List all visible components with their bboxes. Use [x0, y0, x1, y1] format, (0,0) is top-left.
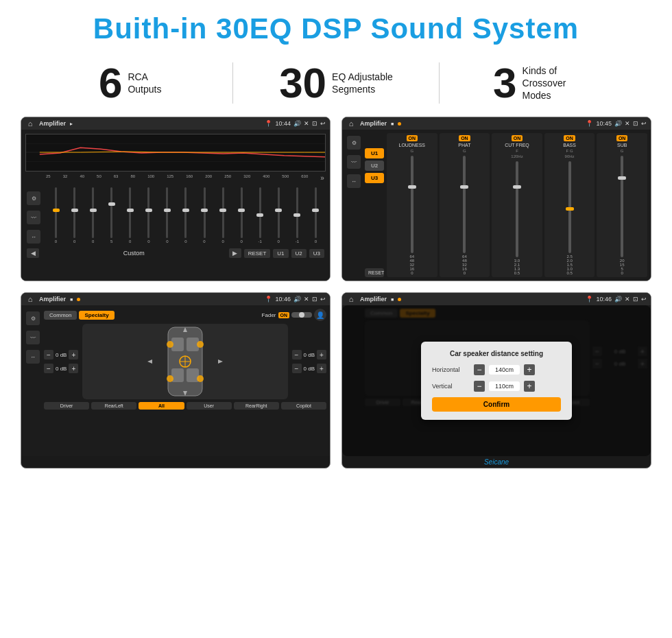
- eq-u2-btn[interactable]: U2: [291, 249, 307, 258]
- fader-slider[interactable]: [291, 312, 312, 318]
- loudness-slider[interactable]: [411, 156, 413, 253]
- eq-back-icon[interactable]: ↩: [320, 120, 326, 127]
- amp-arrows-icon[interactable]: ↔: [347, 174, 361, 188]
- fader-on-badge[interactable]: ON: [278, 312, 290, 318]
- dialog-vertical-label: Vertical: [432, 383, 470, 390]
- sp1-arrows-icon[interactable]: ↔: [26, 350, 40, 364]
- dialog-horizontal-label: Horizontal: [432, 366, 470, 373]
- stat-text-crossover: Kinds ofCrossover Modes: [523, 64, 591, 102]
- phat-on-badge[interactable]: ON: [459, 135, 470, 141]
- amp-eq-icon[interactable]: ⚙: [347, 136, 361, 150]
- sp2-x-icon[interactable]: ✕: [625, 296, 630, 303]
- eq-settings-btn[interactable]: ⚙: [27, 191, 40, 205]
- eq-prev-btn[interactable]: ◀: [27, 248, 39, 258]
- eq-slider-8[interactable]: 0: [177, 187, 194, 244]
- sp1-user-btn[interactable]: User: [187, 402, 232, 410]
- sp1-rearright-btn[interactable]: RearRight: [234, 402, 279, 410]
- sp1-rearleft-btn[interactable]: RearLeft: [91, 402, 136, 410]
- sp1-plus-1[interactable]: +: [69, 350, 78, 359]
- sp1-user-icon[interactable]: 👤: [314, 309, 326, 321]
- eq-slider-5[interactable]: 0: [121, 187, 139, 244]
- amp-u1-btn[interactable]: U1: [365, 148, 384, 158]
- sp1-x-icon[interactable]: ✕: [304, 296, 309, 303]
- eq-slider-11[interactable]: 0: [233, 187, 250, 244]
- dialog-v-value: 110cm: [489, 381, 520, 391]
- eq-slider-9[interactable]: 0: [196, 187, 213, 244]
- amp-x-icon[interactable]: ✕: [625, 120, 630, 127]
- sp1-copilot-btn[interactable]: Copilot: [281, 402, 326, 410]
- sp1-minus-4[interactable]: −: [292, 364, 302, 373]
- sp1-minus-1[interactable]: −: [44, 350, 53, 359]
- eq-arrows-btn[interactable]: ↔: [27, 230, 40, 244]
- sp1-minus-2[interactable]: −: [44, 364, 53, 373]
- sp2-win-icon[interactable]: ⊡: [633, 296, 638, 303]
- sp1-win-icon[interactable]: ⊡: [312, 296, 317, 303]
- sp2-home-icon[interactable]: ⌂: [346, 294, 356, 304]
- sp1-plus-2[interactable]: +: [69, 364, 78, 373]
- eq-slider-6[interactable]: 0: [140, 187, 157, 244]
- sp1-all-btn[interactable]: All: [139, 402, 184, 410]
- sp2-back-icon[interactable]: ↩: [641, 296, 647, 303]
- dialog-v-minus[interactable]: −: [474, 381, 485, 392]
- sp2-loc-icon: 📍: [586, 296, 593, 303]
- eq-slider-14[interactable]: -1: [289, 187, 306, 244]
- sp1-plus-4[interactable]: +: [317, 364, 326, 373]
- amp-channel-phat: ON PHAT G 64 48 32 16 0: [440, 133, 490, 277]
- amp-u3-btn[interactable]: U3: [365, 173, 384, 183]
- eq-x-icon[interactable]: ✕: [304, 120, 309, 127]
- svg-point-10: [197, 341, 204, 348]
- amp-reset-btn[interactable]: RESET: [365, 268, 384, 277]
- sp1-content: ⚙ 〰 ↔ Common Specialty Fader ON: [21, 305, 330, 456]
- sp1-plus-3[interactable]: +: [317, 350, 326, 359]
- eq-next-btn[interactable]: ▶: [229, 248, 241, 258]
- sub-slider[interactable]: [621, 156, 623, 257]
- eq-slider-4[interactable]: 5: [103, 187, 120, 244]
- eq-slider-10[interactable]: 0: [215, 187, 232, 244]
- loudness-on-badge[interactable]: ON: [407, 135, 418, 141]
- sp1-tab-common[interactable]: Common: [44, 311, 77, 320]
- eq-slider-13[interactable]: 0: [270, 187, 287, 244]
- speaker-screen1-wrapper: ⌂ Amplifier ■ 📍 10:46 🔊 ✕ ⊡ ↩ ⚙ 〰: [21, 292, 331, 469]
- eq-slider-12[interactable]: -1: [252, 187, 269, 244]
- amp-home-icon[interactable]: ⌂: [346, 119, 356, 128]
- eq-reset-btn[interactable]: RESET: [244, 249, 271, 258]
- home-icon[interactable]: ⌂: [25, 119, 35, 128]
- cutfreq-on-badge[interactable]: ON: [512, 135, 523, 141]
- eq-slider-15[interactable]: 0: [307, 187, 324, 244]
- bass-slider[interactable]: [568, 161, 571, 253]
- eq-u3-btn[interactable]: U3: [309, 249, 324, 258]
- amp-back-icon[interactable]: ↩: [641, 120, 647, 127]
- sp1-back-icon[interactable]: ↩: [320, 296, 326, 303]
- eq-u1-btn[interactable]: U1: [273, 249, 288, 258]
- sp1-driver-btn[interactable]: Driver: [44, 402, 89, 410]
- amp-u-buttons: U1 U2 U3 RESET: [365, 133, 384, 277]
- amp-wave-icon[interactable]: 〰: [347, 155, 361, 169]
- sp1-minus-3[interactable]: −: [292, 350, 302, 359]
- loudness-label: LOUDNESS: [399, 143, 426, 147]
- confirm-button[interactable]: Confirm: [432, 397, 561, 412]
- amp-u2-btn[interactable]: U2: [365, 161, 384, 171]
- stat-number-3: 3: [493, 62, 516, 104]
- cutfreq-slider[interactable]: [516, 161, 518, 257]
- sp1-wave-icon[interactable]: 〰: [26, 331, 40, 344]
- dialog-v-plus[interactable]: +: [524, 381, 535, 392]
- bass-on-badge[interactable]: ON: [564, 135, 575, 141]
- eq-slider-7[interactable]: 0: [158, 187, 176, 244]
- eq-speaker-icon: 🔊: [293, 120, 301, 127]
- sp1-tab-specialty[interactable]: Specialty: [79, 311, 114, 320]
- svg-point-12: [197, 375, 204, 382]
- amp-screen-content: ⚙ 〰 ↔ U1 U2 U3 RESET ON LOUDNESS G: [342, 130, 651, 281]
- eq-slider-2[interactable]: 0: [66, 187, 83, 244]
- eq-wave-btn[interactable]: 〰: [27, 211, 40, 224]
- dialog-h-minus[interactable]: −: [474, 364, 485, 375]
- eq-slider-3[interactable]: 0: [84, 187, 101, 244]
- dialog-h-plus[interactable]: +: [524, 364, 535, 375]
- amp-window-icon[interactable]: ⊡: [633, 120, 638, 127]
- sub-on-badge[interactable]: ON: [616, 135, 628, 141]
- eq-slider-1[interactable]: 0: [47, 187, 64, 244]
- svg-rect-8: [187, 368, 199, 382]
- sp1-eq-icon[interactable]: ⚙: [26, 311, 40, 325]
- sp1-home-icon[interactable]: ⌂: [25, 294, 35, 304]
- eq-window-icon[interactable]: ⊡: [312, 120, 317, 127]
- phat-slider[interactable]: [463, 156, 466, 253]
